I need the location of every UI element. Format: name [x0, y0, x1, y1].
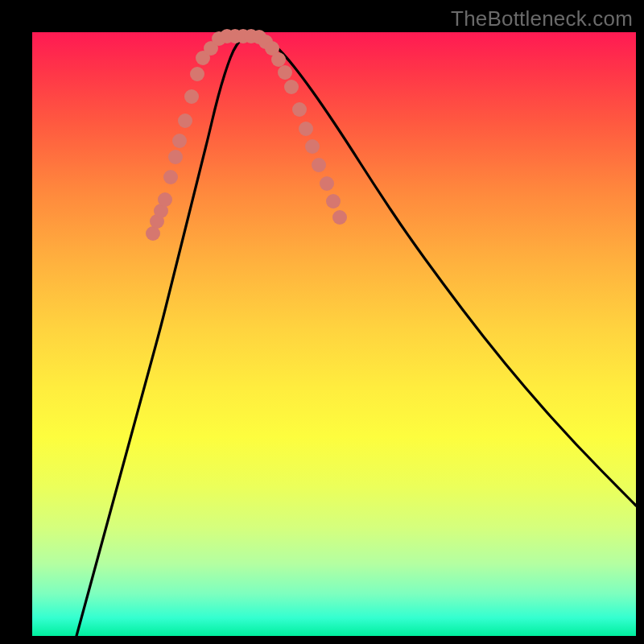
data-point	[158, 192, 172, 207]
data-point	[292, 102, 307, 117]
data-point	[326, 194, 341, 208]
data-point	[163, 170, 178, 184]
data-point	[178, 114, 192, 128]
data-point	[320, 176, 334, 191]
plot-area	[32, 32, 636, 636]
data-point	[184, 89, 199, 104]
data-point	[278, 65, 292, 80]
bottleneck-curve	[76, 36, 636, 636]
chart-svg	[32, 32, 636, 636]
data-point	[299, 122, 313, 136]
data-point	[284, 80, 299, 94]
data-point	[190, 67, 204, 81]
data-point	[332, 210, 347, 225]
data-point	[172, 134, 187, 148]
data-points-layer	[146, 29, 347, 241]
data-point	[312, 158, 326, 172]
data-point	[305, 139, 320, 154]
data-point	[168, 150, 183, 164]
data-point	[271, 52, 286, 67]
chart-frame: TheBottleneck.com	[0, 0, 644, 644]
watermark-text: TheBottleneck.com	[451, 6, 633, 31]
